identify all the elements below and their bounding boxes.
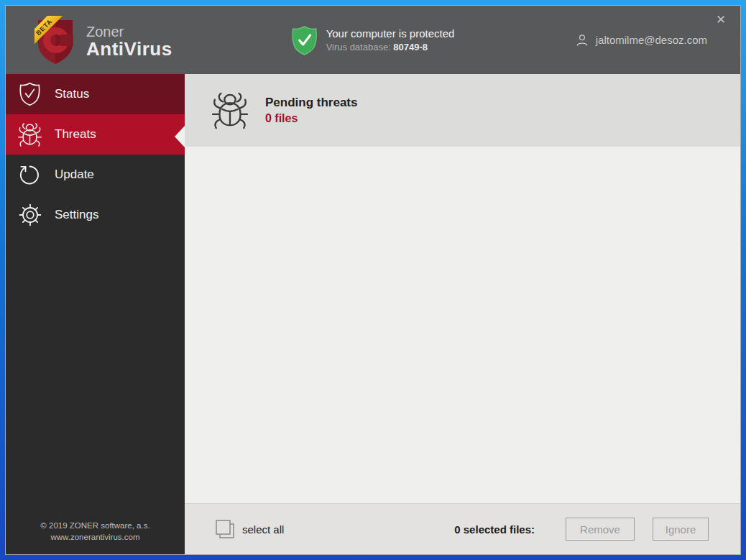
pending-threats-header: Pending threats 0 files: [185, 74, 740, 147]
threats-list-empty: [185, 147, 740, 503]
select-all-label: select all: [242, 523, 284, 536]
refresh-icon: [18, 163, 42, 187]
zoner-logo-icon: BETA: [34, 16, 76, 66]
sidebar-item-label: Settings: [55, 208, 98, 222]
sidebar-item-label: Threats: [55, 127, 96, 142]
gear-icon: [18, 203, 42, 227]
sidebar-spacer: [6, 235, 185, 520]
select-all-checkbox[interactable]: select all: [215, 519, 284, 539]
app-window: BETA Zoner AntiVirus Your computer is pr…: [6, 6, 740, 554]
user-icon: [575, 33, 589, 47]
sidebar-item-settings[interactable]: Settings: [6, 195, 185, 235]
bug-icon: [18, 123, 42, 147]
close-icon[interactable]: ✕: [713, 12, 729, 27]
protection-text: Your computer is protected Virus databas…: [326, 27, 455, 54]
brand-zoner: Zoner: [86, 24, 172, 40]
sidebar-item-label: Status: [55, 87, 89, 101]
select-all-icon: [215, 519, 235, 539]
website-line: www.zonerantivirus.com: [6, 531, 185, 543]
app-body: Status: [6, 74, 740, 554]
bug-icon: [212, 91, 248, 130]
sidebar: Status: [6, 74, 185, 554]
pending-files-count: 0 files: [265, 111, 357, 127]
sidebar-item-update[interactable]: Update: [6, 155, 185, 195]
protection-status: Your computer is protected Virus databas…: [292, 25, 455, 55]
copyright-line: © 2019 ZONER software, a.s.: [6, 520, 185, 531]
virus-database-label: Virus database:: [326, 42, 394, 52]
remove-button[interactable]: Remove: [566, 518, 635, 541]
protection-title: Your computer is protected: [326, 27, 455, 41]
page-title: Pending threats: [265, 94, 357, 111]
virus-database-line: Virus database: 80749-8: [326, 41, 455, 54]
title-bar: BETA Zoner AntiVirus Your computer is pr…: [6, 6, 740, 74]
account-button[interactable]: jaltomilme@desoz.com: [575, 6, 707, 74]
sidebar-item-threats[interactable]: Threats: [6, 114, 185, 155]
content-area: Pending threats 0 files select all: [185, 74, 740, 554]
active-item-notch: [175, 126, 185, 147]
sidebar-item-status[interactable]: Status: [6, 74, 185, 114]
brand-text: Zoner AntiVirus: [86, 24, 172, 58]
brand-antivirus: AntiVirus: [86, 40, 172, 58]
sidebar-footer: © 2019 ZONER software, a.s. www.zonerant…: [6, 520, 185, 554]
shield-check-icon: [18, 83, 42, 106]
header-text: Pending threats 0 files: [265, 94, 357, 127]
bottom-action-bar: select all 0 selected files: Remove Igno…: [185, 503, 740, 554]
protected-shield-icon: [292, 25, 318, 55]
ignore-button[interactable]: Ignore: [653, 518, 709, 541]
app-brand: BETA Zoner AntiVirus: [34, 16, 172, 66]
virus-database-value: 80749-8: [393, 42, 428, 52]
sidebar-item-label: Update: [55, 167, 94, 182]
account-email: jaltomilme@desoz.com: [596, 34, 707, 46]
selected-files-count: 0 selected files:: [454, 523, 535, 536]
